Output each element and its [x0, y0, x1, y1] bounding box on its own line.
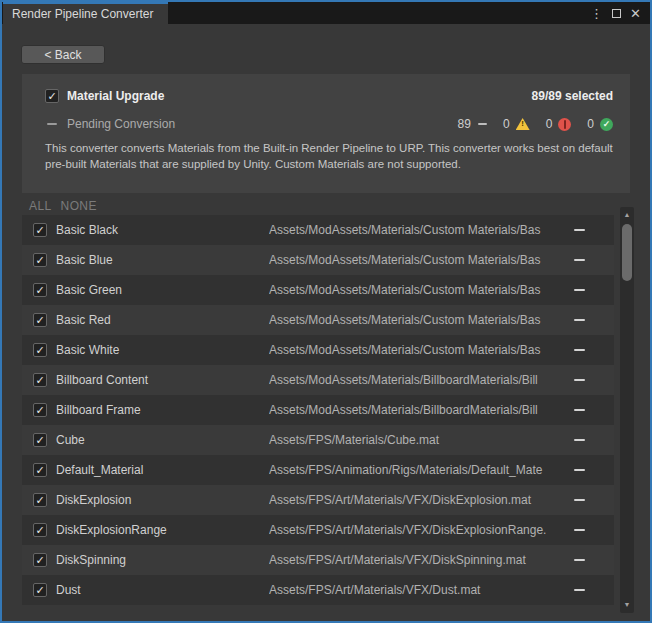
item-path: Assets/FPS/Art/Materials/VFX/DiskSpinnin…: [269, 553, 568, 567]
item-name: Billboard Content: [56, 373, 269, 387]
pending-dash-icon: [47, 123, 57, 125]
item-checkbox[interactable]: ✓: [33, 313, 47, 327]
item-checkbox[interactable]: ✓: [33, 373, 47, 387]
item-checkbox[interactable]: ✓: [33, 433, 47, 447]
list-item[interactable]: ✓ DiskSpinning Assets/FPS/Art/Materials/…: [22, 545, 614, 575]
list-item[interactable]: ✓ Billboard Content Assets/ModAssets/Mat…: [22, 365, 614, 395]
scrollbar[interactable]: ▲ ▼: [620, 207, 634, 613]
item-path: Assets/ModAssets/Materials/Custom Materi…: [269, 223, 568, 237]
scroll-down-icon[interactable]: ▼: [620, 599, 634, 611]
material-list: ✓ Basic Black Assets/ModAssets/Materials…: [22, 215, 614, 605]
selection-bar: ALL NONE: [29, 199, 97, 213]
list-item[interactable]: ✓ Cube Assets/FPS/Materials/Cube.mat: [22, 425, 614, 455]
converter-checkbox[interactable]: ✓: [45, 89, 59, 103]
converter-panel: ✓ Material Upgrade 89/89 selected Pendin…: [22, 74, 630, 193]
error-count: 0: [546, 117, 553, 131]
item-path: Assets/FPS/Art/Materials/VFX/DiskExplosi…: [269, 523, 568, 537]
item-path: Assets/FPS/Art/Materials/VFX/Dust.mat: [269, 583, 568, 597]
pending-conversion-row[interactable]: Pending Conversion 89 0 0 0 ✓: [47, 117, 613, 131]
item-name: Basic Blue: [56, 253, 269, 267]
list-item[interactable]: ✓ Default_Material Assets/FPS/Animation/…: [22, 455, 614, 485]
maximize-icon[interactable]: [612, 9, 621, 18]
item-path: Assets/FPS/Art/Materials/VFX/DiskExplosi…: [269, 493, 568, 507]
item-name: Basic Black: [56, 223, 269, 237]
item-checkbox[interactable]: ✓: [33, 223, 47, 237]
item-name: Billboard Frame: [56, 403, 269, 417]
error-icon: [558, 118, 571, 131]
window-controls: ⋮ ✕: [590, 2, 650, 24]
item-status-dash-icon: [574, 559, 585, 562]
item-name: Basic White: [56, 343, 269, 357]
item-path: Assets/ModAssets/Materials/Custom Materi…: [269, 253, 568, 267]
list-item[interactable]: ✓ Basic Green Assets/ModAssets/Materials…: [22, 275, 614, 305]
list-item[interactable]: ✓ Basic White Assets/ModAssets/Materials…: [22, 335, 614, 365]
scrollbar-thumb[interactable]: [622, 224, 632, 281]
item-status-dash-icon: [574, 349, 585, 352]
select-none-button[interactable]: NONE: [61, 199, 97, 213]
item-checkbox[interactable]: ✓: [33, 463, 47, 477]
item-status-dash-icon: [574, 319, 585, 322]
selected-count: 89/89 selected: [532, 89, 613, 103]
render-pipeline-converter-window: Render Pipeline Converter ⋮ ✕ < Back ✓ M…: [0, 0, 652, 623]
item-name: DiskSpinning: [56, 553, 269, 567]
item-checkbox[interactable]: ✓: [33, 493, 47, 507]
item-name: Default_Material: [56, 463, 269, 477]
item-checkbox[interactable]: ✓: [33, 523, 47, 537]
item-status-dash-icon: [574, 529, 585, 532]
item-name: Dust: [56, 583, 269, 597]
item-name: Cube: [56, 433, 269, 447]
item-checkbox[interactable]: ✓: [33, 583, 47, 597]
item-checkbox[interactable]: ✓: [33, 553, 47, 567]
window-title: Render Pipeline Converter: [12, 7, 153, 21]
tab-render-pipeline-converter[interactable]: Render Pipeline Converter: [3, 2, 168, 24]
converter-title: Material Upgrade: [67, 89, 164, 103]
item-checkbox[interactable]: ✓: [33, 283, 47, 297]
item-path: Assets/FPS/Materials/Cube.mat: [269, 433, 568, 447]
item-path: Assets/ModAssets/Materials/BillboardMate…: [269, 373, 568, 387]
item-checkbox[interactable]: ✓: [33, 343, 47, 357]
item-name: DiskExplosion: [56, 493, 269, 507]
item-checkbox[interactable]: ✓: [33, 403, 47, 417]
titlebar: Render Pipeline Converter ⋮ ✕: [2, 2, 650, 24]
pending-conversion-label: Pending Conversion: [67, 117, 175, 131]
list-item[interactable]: ✓ Dust Assets/FPS/Art/Materials/VFX/Dust…: [22, 575, 614, 605]
close-icon[interactable]: ✕: [630, 7, 641, 20]
item-status-dash-icon: [574, 439, 585, 442]
scroll-up-icon[interactable]: ▲: [620, 209, 634, 221]
item-path: Assets/FPS/Animation/Rigs/Materials/Defa…: [269, 463, 568, 477]
back-button[interactable]: < Back: [21, 45, 105, 64]
item-checkbox[interactable]: ✓: [33, 253, 47, 267]
status-counts: 89 0 0 0 ✓: [458, 117, 613, 131]
item-status-dash-icon: [574, 589, 585, 592]
list-item[interactable]: ✓ Basic Blue Assets/ModAssets/Materials/…: [22, 245, 614, 275]
item-name: DiskExplosionRange: [56, 523, 269, 537]
warning-icon: [516, 118, 530, 130]
pending-count: 89: [458, 117, 471, 131]
success-count: 0: [587, 117, 594, 131]
item-status-dash-icon: [574, 409, 585, 412]
item-path: Assets/ModAssets/Materials/Custom Materi…: [269, 343, 568, 357]
list-item[interactable]: ✓ Billboard Frame Assets/ModAssets/Mater…: [22, 395, 614, 425]
list-item[interactable]: ✓ DiskExplosion Assets/FPS/Art/Materials…: [22, 485, 614, 515]
item-status-dash-icon: [574, 499, 585, 502]
item-status-dash-icon: [574, 469, 585, 472]
item-name: Basic Green: [56, 283, 269, 297]
item-status-dash-icon: [574, 259, 585, 262]
select-all-button[interactable]: ALL: [29, 199, 52, 213]
success-icon: ✓: [600, 118, 613, 131]
warning-count: 0: [503, 117, 510, 131]
item-name: Basic Red: [56, 313, 269, 327]
item-status-dash-icon: [574, 379, 585, 382]
menu-icon[interactable]: ⋮: [590, 7, 603, 20]
pending-count-dash-icon: [478, 123, 487, 125]
converter-header-row: ✓ Material Upgrade 89/89 selected: [45, 88, 613, 104]
item-path: Assets/ModAssets/Materials/BillboardMate…: [269, 403, 568, 417]
list-item[interactable]: ✓ Basic Red Assets/ModAssets/Materials/C…: [22, 305, 614, 335]
item-status-dash-icon: [574, 229, 585, 232]
list-item[interactable]: ✓ Basic Black Assets/ModAssets/Materials…: [22, 215, 614, 245]
item-path: Assets/ModAssets/Materials/Custom Materi…: [269, 283, 568, 297]
list-item[interactable]: ✓ DiskExplosionRange Assets/FPS/Art/Mate…: [22, 515, 614, 545]
item-status-dash-icon: [574, 289, 585, 292]
converter-description: This converter converts Materials from t…: [45, 140, 613, 172]
item-path: Assets/ModAssets/Materials/Custom Materi…: [269, 313, 568, 327]
